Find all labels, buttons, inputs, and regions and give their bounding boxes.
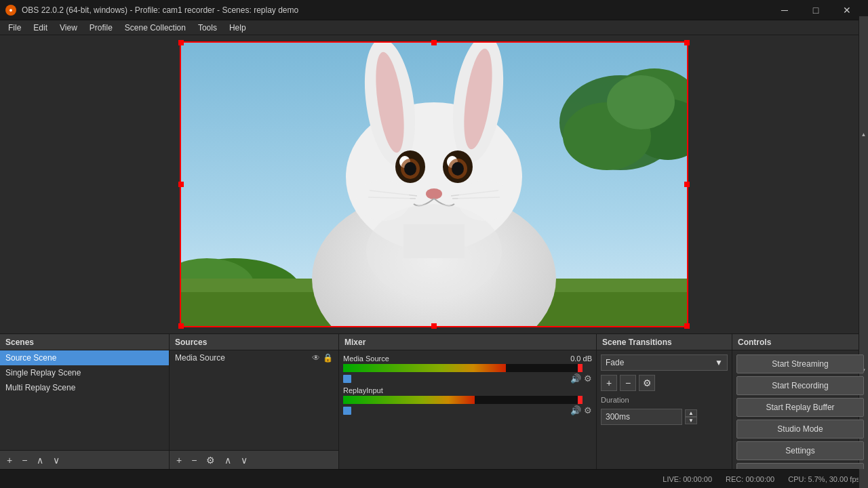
fade-dropdown[interactable]: Fade ▼ (601, 354, 728, 371)
minimize-button[interactable]: ─ (769, 0, 800, 20)
scenes-panel: Scenes Source Scene Single Replay Scene … (0, 334, 170, 469)
sources-down-button[interactable]: ∨ (238, 454, 250, 466)
transitions-header: Scene Transitions (597, 334, 732, 350)
controls-content: Start Streaming Start Recording Start Re… (732, 350, 868, 469)
preview-image (180, 41, 688, 327)
sources-footer: + − ⚙ ∧ ∨ (170, 450, 338, 469)
mixer-header: Mixer (339, 334, 596, 350)
svg-point-24 (452, 162, 464, 176)
scenes-add-button[interactable]: + (4, 454, 15, 466)
live-time: LIVE: 00:00:00 (663, 475, 712, 483)
mixer-scroll-up[interactable]: ▲ (859, 16, 868, 252)
scenes-list: Source Scene Single Replay Scene Multi R… (0, 350, 169, 450)
scenes-remove-button[interactable]: − (19, 454, 30, 466)
mixer-db-media: 0.0 dB (570, 354, 592, 363)
scenes-header: Scenes (0, 334, 169, 350)
mixer-bar-replay (343, 396, 583, 404)
source-lock-button[interactable]: 🔒 (323, 353, 333, 363)
mixer-mute-media[interactable]: 🔊 (570, 373, 581, 384)
title-bar-left: ● OBS 22.0.2 (64-bit, windows) - Profile… (5, 5, 298, 16)
menu-file[interactable]: File (3, 22, 26, 34)
menu-tools[interactable]: Tools (193, 22, 222, 34)
mixer-volume-slider-replay[interactable] (343, 407, 351, 415)
maximize-button[interactable]: □ (800, 0, 831, 20)
scenes-footer: + − ∧ ∨ (0, 450, 169, 469)
title-bar-text: OBS 22.0.2 (64-bit, windows) - Profile: … (22, 5, 298, 15)
preview-canvas (0, 35, 868, 333)
menu-scene-collection[interactable]: Scene Collection (119, 22, 191, 34)
mixer-settings-replay[interactable]: ⚙ (584, 405, 592, 415)
sources-add-button[interactable]: + (174, 454, 184, 466)
mixer-level-replay (343, 396, 475, 404)
menu-view[interactable]: View (54, 22, 83, 34)
svg-point-5 (607, 75, 675, 129)
mixer-content: Media Source 0.0 dB 🔊 ⚙ ReplayInput (339, 350, 596, 469)
sources-list: Media Source 👁 🔒 (170, 350, 338, 450)
menu-profile[interactable]: Profile (84, 22, 118, 34)
svg-point-31 (356, 180, 410, 221)
source-visibility-button[interactable]: 👁 (312, 353, 320, 363)
scene-item-multi[interactable]: Multi Replay Scene (0, 380, 169, 395)
duration-input[interactable] (601, 409, 682, 425)
rec-time: REC: 00:00:00 (726, 475, 774, 483)
duration-label: Duration (601, 395, 728, 405)
duration-spinner: ▲ ▼ (685, 409, 697, 424)
mixer-controls-replay: 🔊 ⚙ (343, 405, 592, 415)
menu-bar: File Edit View Profile Scene Collection … (0, 20, 868, 35)
mixer-label-row-media: Media Source 0.0 dB (343, 354, 592, 363)
transitions-panel: Scene Transitions Fade ▼ + − ⚙ Duration … (597, 334, 732, 469)
mixer-clip-replay (578, 396, 583, 404)
mixer-bar-media (343, 364, 583, 372)
source-item-media[interactable]: Media Source 👁 🔒 (170, 350, 338, 365)
duration-down-button[interactable]: ▼ (685, 417, 697, 424)
scenes-down-button[interactable]: ∨ (50, 454, 62, 466)
transition-remove-button[interactable]: − (620, 375, 636, 391)
svg-point-23 (404, 162, 416, 176)
title-bar-controls: ─ □ ✕ (769, 0, 863, 20)
mixer-level-media (343, 364, 506, 372)
obs-icon: ● (5, 5, 16, 16)
sources-settings-button[interactable]: ⚙ (203, 454, 218, 466)
svg-point-25 (426, 188, 442, 199)
mixer-channel-name-replay: ReplayInput (343, 386, 383, 394)
studio-mode-button[interactable]: Studio Mode (736, 420, 864, 439)
mixer-label-row-replay: ReplayInput (343, 386, 592, 394)
duration-input-row: ▲ ▼ (601, 409, 728, 425)
start-recording-button[interactable]: Start Recording (736, 376, 864, 395)
settings-button[interactable]: Settings (736, 441, 864, 460)
cpu-fps: CPU: 5.7%, 30.00 fps (788, 475, 860, 483)
mixer-mute-replay[interactable]: 🔊 (570, 405, 581, 415)
transitions-toolbar: + − ⚙ (601, 375, 728, 391)
exit-button[interactable]: Exit (736, 463, 864, 469)
fade-label: Fade (606, 358, 624, 367)
main-area (0, 35, 868, 333)
mixer-volume-slider-media[interactable] (343, 375, 351, 383)
sources-header: Sources (170, 334, 338, 350)
sources-up-button[interactable]: ∧ (222, 454, 234, 466)
source-name-label: Media Source (175, 353, 225, 363)
preview-inner (180, 41, 688, 327)
menu-help[interactable]: Help (224, 22, 252, 34)
menu-edit[interactable]: Edit (28, 22, 53, 34)
mixer-clip-media (578, 364, 583, 372)
scene-item-source[interactable]: Source Scene (0, 350, 169, 365)
mixer-controls-media: 🔊 ⚙ (343, 373, 592, 384)
transition-add-button[interactable]: + (601, 375, 617, 391)
scenes-up-button[interactable]: ∧ (34, 454, 46, 466)
scene-item-single[interactable]: Single Replay Scene (0, 365, 169, 380)
transitions-content: Fade ▼ + − ⚙ Duration ▲ ▼ (597, 350, 732, 469)
mixer-channel-name-media: Media Source (343, 354, 389, 363)
bottom-area: Scenes Source Scene Single Replay Scene … (0, 333, 868, 469)
dropdown-arrow-icon: ▼ (715, 358, 723, 367)
status-bar: LIVE: 00:00:00 REC: 00:00:00 CPU: 5.7%, … (0, 469, 868, 488)
start-replay-buffer-button[interactable]: Start Replay Buffer (736, 398, 864, 417)
controls-header: Controls (732, 334, 868, 350)
mixer-row-media: Media Source 0.0 dB 🔊 ⚙ (339, 353, 596, 385)
transition-settings-button[interactable]: ⚙ (639, 375, 655, 391)
sources-panel: Sources Media Source 👁 🔒 + − ⚙ ∧ ∨ (170, 334, 339, 469)
svg-point-32 (458, 180, 512, 221)
mixer-settings-media[interactable]: ⚙ (584, 373, 592, 384)
sources-remove-button[interactable]: − (189, 454, 199, 466)
start-streaming-button[interactable]: Start Streaming (736, 354, 864, 373)
duration-up-button[interactable]: ▲ (685, 409, 697, 417)
